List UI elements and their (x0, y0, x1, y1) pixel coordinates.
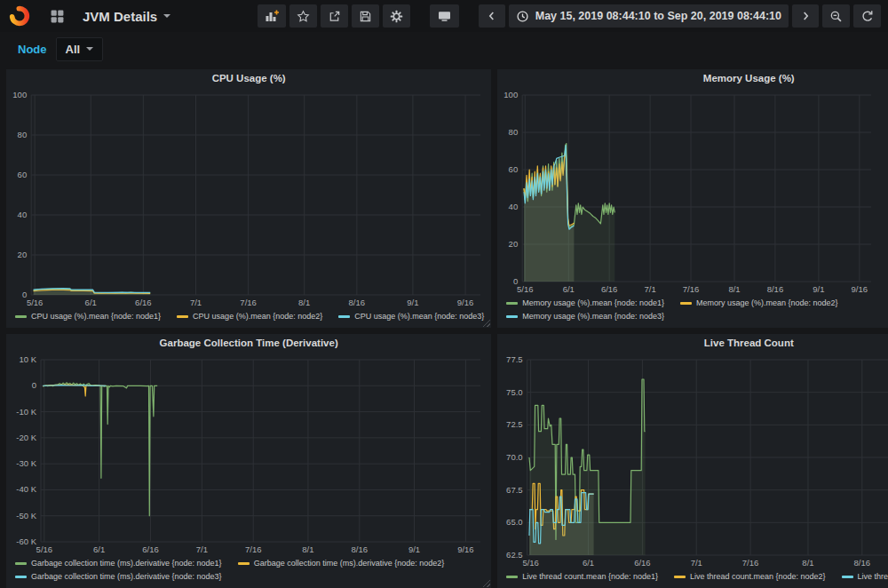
panel-title[interactable]: Live Thread Count (497, 334, 888, 353)
y-axis-tick-label: 80 (509, 127, 519, 137)
legend-series-mark (177, 315, 188, 318)
y-axis-tick-label: 60 (509, 164, 519, 174)
legend-series-mark (338, 315, 350, 318)
legend-series-label: Memory usage (%).mean {node: node3} (522, 310, 664, 323)
legend-series-label: Garbage collection time (ms).derivative … (254, 557, 445, 570)
legend-item[interactable]: Garbage collection time (ms).derivative … (15, 570, 222, 584)
panel-title[interactable]: CPU Usage (%) (6, 69, 491, 88)
chevron-left-icon (486, 10, 498, 22)
legend-row: Memory usage (%).mean {node: node3} (506, 310, 888, 323)
x-axis-tick-label: 6/16 (142, 544, 159, 554)
variable-value-dropdown[interactable]: All (56, 37, 104, 61)
settings-button[interactable] (383, 4, 410, 28)
add-panel-button[interactable] (258, 4, 286, 28)
legend-series-mark (506, 302, 518, 305)
time-forward-button[interactable] (792, 4, 819, 28)
dashboard-title-dropdown[interactable]: JVM Details (83, 9, 170, 24)
grafana-logo-icon (8, 4, 31, 28)
legend-item[interactable]: Live thread count.mean {node: node3} (842, 570, 888, 584)
legend-item[interactable]: CPU usage (%).mean {node: node3} (338, 310, 484, 323)
panel-live-thread-count: Live Thread Count 5/166/16/167/17/168/18… (497, 334, 888, 588)
legend-row: CPU usage (%).mean {node: node1}CPU usag… (15, 310, 484, 323)
save-button[interactable] (352, 4, 379, 28)
y-axis-tick-label: 0 (22, 290, 27, 299)
legend-series-mark (15, 315, 27, 318)
legend-item[interactable]: Memory usage (%).mean {node: node2} (680, 297, 838, 310)
x-axis-tick-label: 5/16 (27, 298, 44, 307)
chevron-down-icon (163, 14, 170, 18)
gear-icon (390, 10, 403, 23)
legend-item[interactable]: Live thread count.mean {node: node1} (506, 570, 658, 584)
y-axis-tick-label: 40 (509, 202, 519, 211)
y-axis-tick-label: 65.0 (506, 517, 523, 527)
x-axis-tick-label: 6/1 (563, 284, 575, 294)
y-axis-tick-label: -60 K (16, 536, 36, 546)
x-axis-tick-label: 8/1 (302, 544, 313, 554)
zoom-out-icon (829, 10, 843, 23)
x-axis-tick-label: 7/16 (742, 558, 759, 568)
x-axis-tick-label: 8/16 (767, 284, 784, 294)
legend-item[interactable]: Live thread count.mean {node: node2} (674, 570, 826, 584)
y-axis-tick-label: 0 (513, 276, 518, 286)
time-range-button[interactable]: May 15, 2019 08:44:10 to Sep 20, 2019 08… (509, 4, 789, 28)
x-axis-tick-label: 6/16 (601, 284, 618, 294)
zoom-out-button[interactable] (822, 4, 850, 28)
chart-canvas: 5/166/16/167/17/168/18/169/19/1602040608… (6, 88, 491, 309)
legend-series-label: CPU usage (%).mean {node: node2} (193, 310, 322, 323)
x-axis-tick-label: 7/1 (196, 544, 208, 554)
x-axis-tick-label: 8/1 (729, 284, 741, 294)
save-icon (359, 10, 372, 23)
legend-item[interactable]: Memory usage (%).mean {node: node1} (506, 297, 664, 310)
x-axis-tick-label: 6/16 (135, 298, 152, 307)
legend-item[interactable]: CPU usage (%).mean {node: node1} (15, 310, 161, 323)
tv-mode-button[interactable] (430, 4, 459, 28)
x-axis-tick-label: 7/1 (190, 298, 202, 307)
live-thread-count-legend: Live thread count.mean {node: node1}Live… (497, 569, 888, 588)
top-navbar: JVM Details (0, 0, 888, 32)
star-icon (297, 10, 310, 23)
legend-item[interactable]: Memory usage (%).mean {node: node3} (506, 310, 664, 323)
live-thread-count-chart[interactable]: 5/166/16/167/17/168/18/169/19/1677.575.0… (497, 353, 888, 569)
time-range-text: May 15, 2019 08:44:10 to Sep 20, 2019 08… (535, 10, 781, 22)
legend-series-mark (842, 576, 853, 578)
clock-icon (516, 10, 529, 23)
x-axis-tick-label: 8/1 (803, 558, 814, 568)
panel-cpu-usage: CPU Usage (%) 5/166/16/167/17/168/18/169… (6, 69, 491, 328)
x-axis-tick-label: 9/16 (852, 284, 868, 294)
y-axis-tick-label: 72.5 (506, 419, 523, 429)
y-axis-tick-label: -40 K (16, 484, 36, 494)
panel-memory-usage: Memory Usage (%) 5/166/16/167/17/168/18/… (497, 69, 888, 328)
refresh-button[interactable] (853, 4, 881, 28)
x-axis-tick-label: 5/16 (36, 544, 53, 554)
y-axis-tick-label: 100 (12, 90, 27, 99)
legend-series-label: Memory usage (%).mean {node: node1} (522, 297, 664, 310)
x-axis-tick-label: 8/16 (352, 544, 369, 554)
gc-time-chart[interactable]: 5/166/16/167/17/168/18/169/19/1610 K0-10… (6, 353, 491, 556)
legend-series-mark (238, 562, 250, 565)
legend-item[interactable]: CPU usage (%).mean {node: node2} (177, 310, 322, 323)
y-axis-tick-label: -50 K (16, 511, 36, 520)
memory-usage-legend: Memory usage (%).mean {node: node1}Memor… (497, 296, 888, 328)
cpu-usage-legend: CPU usage (%).mean {node: node1}CPU usag… (6, 309, 491, 328)
time-back-button[interactable] (479, 4, 505, 28)
chart-canvas: 5/166/16/167/17/168/18/169/19/1602040608… (497, 88, 882, 296)
legend-series-label: Live thread count.mean {node: node2} (690, 570, 826, 584)
star-button[interactable] (289, 4, 317, 28)
page-title: JVM Details (83, 9, 157, 24)
x-axis-tick-label: 9/1 (408, 544, 420, 554)
x-axis-tick-label: 9/16 (457, 544, 474, 554)
share-icon (328, 10, 341, 23)
legend-series-mark (15, 576, 27, 578)
x-axis-tick-label: 8/16 (349, 298, 366, 307)
memory-usage-chart[interactable]: 5/166/16/167/17/168/18/169/19/1602040608… (497, 88, 888, 296)
legend-item[interactable]: Garbage collection time (ms).derivative … (238, 557, 445, 570)
grafana-logo-button[interactable] (7, 4, 32, 28)
cpu-usage-chart[interactable]: 5/166/16/167/17/168/18/169/19/1602040608… (6, 88, 491, 309)
dashboards-button[interactable] (43, 4, 72, 28)
panel-title[interactable]: Garbage Collection Time (Derivative) (6, 334, 491, 353)
legend-series-label: Garbage collection time (ms).derivative … (31, 570, 222, 584)
panel-title[interactable]: Memory Usage (%) (497, 69, 888, 88)
legend-item[interactable]: Garbage collection time (ms).derivative … (15, 557, 222, 570)
dashboard-grid: CPU Usage (%) 5/166/16/167/17/168/18/169… (0, 66, 888, 588)
share-button[interactable] (321, 4, 348, 28)
